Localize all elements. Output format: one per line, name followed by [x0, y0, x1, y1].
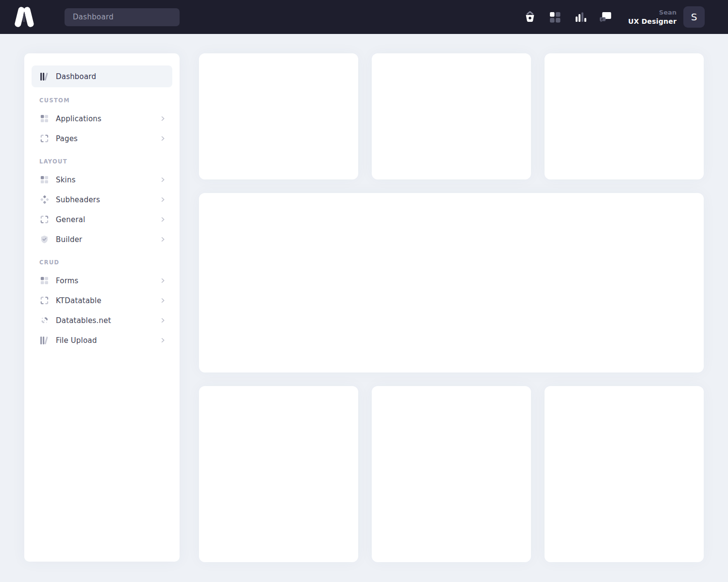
sidebar-item-label: Applications	[56, 114, 101, 123]
chevron-right-icon	[159, 196, 166, 203]
card-bottom-1	[199, 386, 358, 562]
grid-icon[interactable]	[548, 11, 562, 24]
chevron-right-icon	[159, 277, 166, 284]
sidebar-item-builder[interactable]: Builder	[32, 229, 172, 249]
user-role: UX Designer	[628, 17, 677, 25]
library-icon	[39, 72, 49, 81]
card-wide	[199, 193, 704, 372]
card-bottom-2	[372, 386, 531, 562]
content-area	[199, 53, 704, 562]
app-logo[interactable]	[0, 7, 49, 27]
chevron-right-icon	[159, 297, 166, 304]
sidebar-item-label: Skins	[56, 176, 76, 184]
card-top-2	[372, 53, 531, 179]
chevron-right-icon	[159, 337, 166, 344]
sidebar-item-label: Pages	[56, 134, 78, 143]
frame-icon	[39, 296, 49, 306]
chat-icon[interactable]	[599, 11, 612, 24]
chevron-right-icon	[159, 317, 166, 324]
sidebar-item-skins[interactable]: Skins	[32, 170, 172, 190]
diamonds-icon	[39, 195, 49, 205]
page-title[interactable]: Dashboard	[65, 8, 180, 26]
basket-icon[interactable]	[523, 11, 536, 24]
shield-check-icon	[39, 235, 49, 244]
sidebar-item-applications[interactable]: Applications	[32, 109, 172, 129]
sidebar: Dashboard CUSTOM Applications	[24, 53, 180, 562]
sidebar-item-label: Builder	[56, 235, 82, 244]
sidebar-item-subheaders[interactable]: Subheaders	[32, 190, 172, 210]
sidebar-item-label: Datatables.net	[56, 316, 111, 325]
user-name: Sean	[628, 9, 677, 16]
bar-chart-icon[interactable]	[574, 11, 587, 24]
chevron-right-icon	[159, 115, 166, 122]
sidebar-item-general[interactable]: General	[32, 210, 172, 229]
card-top-3	[545, 53, 704, 179]
sidebar-item-label: General	[56, 215, 85, 224]
card-bottom-3	[545, 386, 704, 562]
section-title-layout: LAYOUT	[39, 158, 172, 165]
sidebar-item-pages[interactable]: Pages	[32, 129, 172, 148]
sidebar-item-label: KTDatatable	[56, 296, 101, 305]
grid-squares-icon	[39, 175, 49, 185]
top-header: Dashboard	[0, 0, 728, 34]
sidebar-item-label: Subheaders	[56, 195, 100, 204]
grid-squares-icon	[39, 114, 49, 124]
sidebar-item-label: File Upload	[56, 336, 97, 345]
avatar[interactable]: S	[683, 6, 705, 28]
section-title-custom: CUSTOM	[39, 97, 172, 104]
section-title-crud: CRUD	[39, 259, 172, 266]
sidebar-item-ktdatatable[interactable]: KTDatatable	[32, 291, 172, 310]
sidebar-item-dashboard[interactable]: Dashboard	[32, 65, 172, 87]
sidebar-item-label: Forms	[56, 276, 79, 285]
sidebar-item-datatables-net[interactable]: Datatables.net	[32, 310, 172, 330]
frame-icon	[39, 134, 49, 144]
grid-squares-icon	[39, 276, 49, 286]
header-actions: Sean UX Designer S	[523, 6, 705, 28]
frame-icon	[39, 215, 49, 225]
user-info[interactable]: Sean UX Designer	[628, 9, 677, 25]
burst-icon	[39, 316, 49, 325]
sidebar-item-forms[interactable]: Forms	[32, 271, 172, 291]
library-icon	[39, 336, 49, 345]
chevron-right-icon	[159, 236, 166, 243]
logo-icon	[13, 7, 36, 27]
card-top-1	[199, 53, 358, 179]
page-body: Dashboard CUSTOM Applications	[0, 34, 728, 562]
chevron-right-icon	[159, 176, 166, 183]
chevron-right-icon	[159, 135, 166, 142]
sidebar-item-file-upload[interactable]: File Upload	[32, 330, 172, 350]
chevron-right-icon	[159, 216, 166, 223]
sidebar-item-label: Dashboard	[56, 72, 96, 81]
